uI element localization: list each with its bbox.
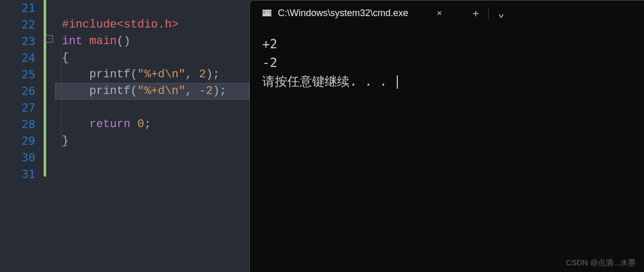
close-tab-button[interactable]: ✕ bbox=[432, 8, 447, 18]
new-tab-button[interactable]: ＋ bbox=[463, 3, 488, 23]
token-op: - bbox=[199, 85, 206, 98]
code-line: printf("%+d\n", -2); bbox=[55, 83, 249, 100]
line-number: 28 bbox=[0, 116, 44, 133]
token-func: printf bbox=[89, 85, 130, 98]
line-number: 29 bbox=[0, 133, 44, 149]
token-string: "%+d\n" bbox=[137, 85, 185, 98]
line-number: 23 bbox=[0, 33, 44, 50]
output-line: +2 bbox=[262, 35, 632, 53]
token-brace: { bbox=[62, 51, 69, 64]
tab-controls: ＋ ⌄ bbox=[463, 3, 514, 23]
token-keyword: return bbox=[89, 118, 130, 131]
token-punct: ( bbox=[130, 85, 137, 98]
cmd-icon: C:\ bbox=[262, 9, 272, 17]
terminal-output[interactable]: +2 -2 请按任意键继续. . . bbox=[250, 25, 644, 100]
code-line: printf("%+d\n", 2); bbox=[55, 66, 249, 83]
token-punct: , bbox=[185, 68, 199, 81]
token-number: 2 bbox=[206, 85, 212, 98]
code-line: int main() bbox=[55, 33, 249, 50]
line-number-gutter: 21 22 23 24 25 26 27 28 29 30 31 bbox=[0, 0, 44, 272]
token-string: "%+d\n" bbox=[137, 68, 185, 81]
code-line: return 0; bbox=[55, 116, 249, 133]
token-func: printf bbox=[89, 68, 130, 81]
token-number: 2 bbox=[199, 68, 206, 81]
token-space bbox=[130, 118, 137, 131]
code-line: } bbox=[55, 133, 249, 149]
tab-dropdown-button[interactable]: ⌄ bbox=[489, 3, 514, 23]
line-number: 24 bbox=[0, 50, 44, 66]
terminal-window: C:\ C:\Windows\system32\cmd.exe ✕ ＋ ⌄ +2… bbox=[249, 0, 644, 272]
title-bar[interactable]: C:\ C:\Windows\system32\cmd.exe ✕ ＋ ⌄ bbox=[250, 1, 644, 25]
line-number: 31 bbox=[0, 166, 44, 183]
output-line: 请按任意键继续. . . bbox=[262, 72, 632, 91]
output-line: -2 bbox=[262, 53, 632, 72]
change-marker bbox=[44, 0, 46, 176]
line-number: 30 bbox=[0, 149, 44, 166]
token-number: 0 bbox=[137, 118, 144, 131]
token-header: <stdio.h> bbox=[117, 18, 179, 31]
watermark: CSDN @点滴...水墨 bbox=[566, 258, 636, 268]
fold-margin: - bbox=[44, 0, 55, 272]
token-punct: , bbox=[185, 85, 199, 98]
token-punct: ; bbox=[144, 118, 151, 131]
token-punct: ( bbox=[130, 68, 137, 81]
token-brace: } bbox=[62, 134, 69, 147]
fold-toggle-icon[interactable]: - bbox=[46, 35, 53, 43]
cursor-icon bbox=[397, 75, 398, 89]
code-line bbox=[55, 100, 249, 116]
code-line bbox=[55, 166, 249, 183]
terminal-tab[interactable]: C:\ C:\Windows\system32\cmd.exe ✕ bbox=[256, 1, 453, 25]
code-line bbox=[55, 149, 249, 166]
token-func: main bbox=[83, 35, 117, 48]
code-editor: 21 22 23 24 25 26 27 28 29 30 31 - #incl… bbox=[0, 0, 249, 272]
token-preproc: #include bbox=[62, 18, 117, 31]
line-number: 27 bbox=[0, 100, 44, 116]
token-punct: ); bbox=[206, 68, 219, 81]
line-number: 21 bbox=[0, 0, 44, 17]
prompt-text: 请按任意键继续. . . bbox=[262, 74, 395, 89]
tab-title: C:\Windows\system32\cmd.exe bbox=[278, 8, 426, 19]
token-type: int bbox=[62, 35, 83, 48]
line-number: 22 bbox=[0, 17, 44, 33]
line-number: 25 bbox=[0, 66, 44, 83]
code-line: #include<stdio.h> bbox=[55, 17, 249, 33]
code-line bbox=[55, 0, 249, 17]
token-punct: ); bbox=[213, 85, 226, 98]
code-text-area[interactable]: #include<stdio.h> int main() { printf("%… bbox=[55, 0, 249, 272]
token-punct: () bbox=[117, 35, 130, 48]
code-line: { bbox=[55, 50, 249, 66]
line-number: 26 bbox=[0, 83, 44, 100]
